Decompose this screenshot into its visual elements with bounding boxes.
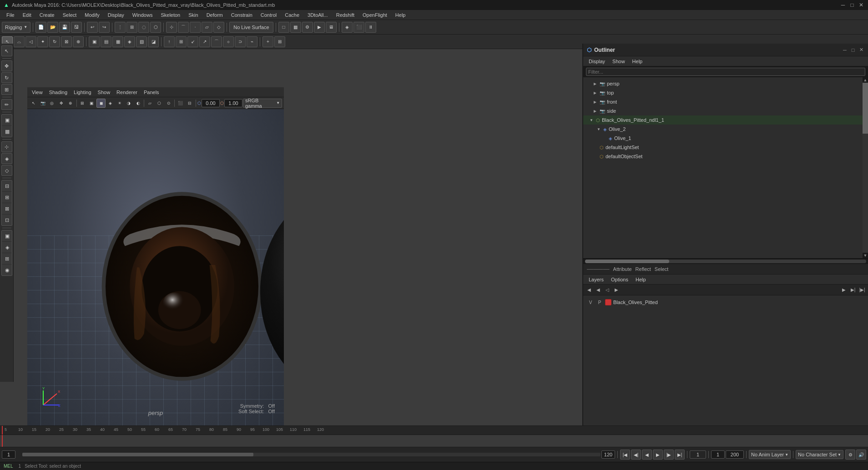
mode-dropdown[interactable]: Rigging ▼ <box>2 22 30 33</box>
timeline-ruler[interactable]: 5 10 15 20 25 30 35 40 45 50 55 60 65 70… <box>0 426 868 435</box>
char-set-dropdown[interactable]: No Character Set ▼ <box>796 450 843 459</box>
viewport-menu-renderer[interactable]: Renderer <box>114 89 140 95</box>
outliner-menu-help[interactable]: Help <box>630 58 646 65</box>
save-scene-as-button[interactable]: 🖫 <box>71 22 82 33</box>
channel-box-tab[interactable]: Attribute <box>613 266 632 272</box>
vscroll-up-arrow[interactable]: ▲ <box>863 77 868 83</box>
go-to-end-button[interactable]: ▶| <box>675 450 685 460</box>
move-button[interactable]: ✥ <box>1 60 12 71</box>
menu-control[interactable]: Control <box>257 11 280 19</box>
vpt-shadows-button[interactable]: ◑ <box>125 99 133 108</box>
vpt-gamma-input[interactable] <box>224 99 242 107</box>
ipr-render-button[interactable]: ▶ <box>314 22 325 33</box>
vpt-resolution-gate-button[interactable]: ⬛ <box>176 99 185 108</box>
tree-item-olive2[interactable]: ▼ ◈ Olive_2 <box>583 125 863 134</box>
start-frame-input[interactable] <box>2 450 15 459</box>
current-frame-input[interactable] <box>690 450 706 459</box>
vpt-colorspace-dropdown[interactable]: sRGB gamma ▼ <box>243 99 282 108</box>
snap-to-grid-button[interactable]: ⊹ <box>166 22 177 33</box>
vpt-field-chart-button[interactable]: ⊟ <box>186 99 194 108</box>
tree-item-side[interactable]: ▶ 📷 side <box>583 106 863 115</box>
outliner-minimize-button[interactable]: ─ <box>842 47 848 53</box>
outliner-vertical-scrollbar[interactable]: ▲ ▼ <box>863 77 868 258</box>
menu-redshift[interactable]: Redshift <box>333 11 358 19</box>
vpt-ao-button[interactable]: ◐ <box>134 99 142 108</box>
viewport-menu-shading[interactable]: Shading <box>46 89 70 95</box>
scale-button[interactable]: ⊞ <box>1 84 12 95</box>
snap-grid-button[interactable]: ⊹ <box>1 141 12 152</box>
render-btn-2[interactable]: ◈ <box>2 242 12 253</box>
3d-viewport[interactable]: X Y Z persp Symmetry: Off Soft Select: O… <box>27 109 284 425</box>
menu-help[interactable]: Help <box>392 11 409 19</box>
render-settings-button[interactable]: ⚙ <box>302 22 313 33</box>
tree-item-top[interactable]: ▶ 📷 top <box>583 88 863 97</box>
timeline-playhead[interactable] <box>2 426 3 435</box>
menu-3dtoall[interactable]: 3DtoAll... <box>304 11 332 19</box>
step-back-button[interactable]: ◀| <box>631 450 641 460</box>
paint-ops-button[interactable]: ✏ <box>1 99 12 110</box>
show-hypershade-button[interactable]: ◈ <box>342 22 353 33</box>
vpt-zoom-button[interactable]: ⊕ <box>66 99 75 108</box>
open-scene-button[interactable]: 📂 <box>47 22 58 33</box>
step-forward-button[interactable]: |▶ <box>664 450 674 460</box>
layers-scroll-left[interactable]: ◀ <box>585 286 593 294</box>
layers-remove-button[interactable]: ▶| <box>849 286 857 294</box>
outliner-menu-show[interactable]: Show <box>610 58 628 65</box>
go-to-start-button[interactable]: |◀ <box>620 450 630 460</box>
tc-audio-button[interactable]: 🔊 <box>856 450 866 460</box>
layer-item-black-olives[interactable]: V P Black_Olives_Pitted <box>585 297 866 307</box>
pause-preview-button[interactable]: ⏸ <box>365 22 376 33</box>
component-mode-button[interactable]: ▦ <box>2 126 12 137</box>
timeline-scrollbar[interactable] <box>22 453 601 456</box>
menu-file[interactable]: File <box>3 11 18 19</box>
vpt-isolate-button[interactable]: ⊙ <box>164 99 173 108</box>
tc-settings-button[interactable]: ⚙ <box>845 450 855 460</box>
layer-editor-tab[interactable]: Reflect <box>636 266 651 272</box>
snap-to-view-button[interactable]: ▱ <box>202 22 212 33</box>
menu-openflight[interactable]: OpenFlight <box>359 11 391 19</box>
vpt-wireframe-button[interactable]: ▣ <box>87 99 96 108</box>
show-render-settings-button[interactable]: 🖥 <box>326 22 337 33</box>
layers-add-button[interactable]: ▶ <box>840 286 848 294</box>
menu-skin[interactable]: Skin <box>185 11 202 19</box>
layers-scroll-right2[interactable]: ▶ <box>612 286 621 294</box>
vpt-lights-button[interactable]: ☀ <box>115 99 124 108</box>
snap-to-surface-button[interactable]: ◇ <box>213 22 224 33</box>
tree-item-front[interactable]: ▶ 📷 front <box>583 97 863 106</box>
select-all-button[interactable]: ⊞ <box>126 22 137 33</box>
snap-surface-button[interactable]: ◇ <box>1 165 12 176</box>
select-tab[interactable]: Select <box>655 266 669 272</box>
vpt-xray-button[interactable]: ⬡ <box>155 99 164 108</box>
tree-item-olive1[interactable]: ▶ ◈ Olive_1 <box>583 134 863 143</box>
display-mode-2[interactable]: ⊞ <box>2 192 12 203</box>
snap-point-button[interactable]: ◈ <box>1 153 12 164</box>
object-mode-button[interactable]: ▣ <box>2 115 12 125</box>
layers-scroll-left2[interactable]: ◁ <box>603 286 611 294</box>
playback-start-input[interactable] <box>711 450 725 459</box>
layers-menu-options[interactable]: Options <box>608 276 631 283</box>
vscroll-track[interactable] <box>863 83 868 253</box>
rotate-button[interactable]: ↻ <box>1 72 12 83</box>
no-live-surface-button[interactable]: No Live Surface <box>229 22 273 33</box>
layer-visibility-toggle[interactable]: V <box>587 300 594 305</box>
menu-create[interactable]: Create <box>36 11 58 19</box>
playback-end-input[interactable] <box>726 450 744 459</box>
maximize-button[interactable]: □ <box>849 2 855 8</box>
menu-select[interactable]: Select <box>59 11 81 19</box>
render-current-frame-button[interactable]: □ <box>278 22 289 33</box>
outliner-close-button[interactable]: ✕ <box>858 47 864 53</box>
select-mode-button[interactable]: ↖ <box>1 45 12 56</box>
redo-button[interactable]: ↪ <box>99 22 110 33</box>
layers-menu-help[interactable]: Help <box>633 276 649 283</box>
layer-playback-toggle[interactable]: P <box>596 300 603 305</box>
tree-item-black-olives-group[interactable]: ▼ ⬡ Black_Olives_Pitted_ndl1_1 <box>583 115 863 125</box>
select-by-hierarchy-button[interactable]: ⋮ <box>115 22 126 33</box>
render-btn-1[interactable]: ▣ <box>2 230 12 241</box>
viewport-menu-lighting[interactable]: Lighting <box>71 89 94 95</box>
outliner-menu-display[interactable]: Display <box>586 58 608 65</box>
viewport-menu-panels[interactable]: Panels <box>141 89 162 95</box>
play-back-button[interactable]: ◀ <box>642 450 652 460</box>
minimize-button[interactable]: ─ <box>840 2 846 8</box>
outliner-horizontal-scrollbar[interactable] <box>585 260 866 263</box>
viewport-menu-show[interactable]: Show <box>95 89 113 95</box>
